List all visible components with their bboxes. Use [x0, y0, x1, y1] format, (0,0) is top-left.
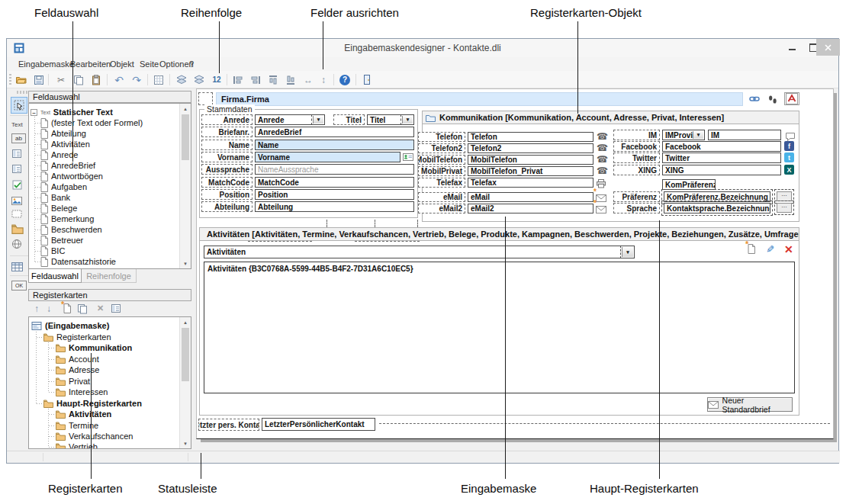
- send-back-icon[interactable]: [192, 73, 206, 86]
- field-name[interactable]: Name: [255, 140, 414, 150]
- twitter-icon[interactable]: t: [784, 152, 794, 162]
- menu-hilfe[interactable]: ?: [187, 59, 196, 69]
- field-telefon[interactable]: Telefon: [468, 132, 593, 142]
- save-icon[interactable]: [32, 73, 46, 86]
- scrollbar[interactable]: ▴ ▾: [179, 317, 191, 448]
- field-letzter-persoenlicher-kontakt[interactable]: LetzterPersönlicherKontakt: [262, 418, 375, 431]
- tree-item[interactable]: Antwortbögen: [40, 171, 103, 181]
- label-twitter[interactable]: Twitter: [613, 152, 660, 163]
- label-xing[interactable]: XING: [613, 165, 660, 175]
- label-anrede[interactable]: Anrede: [201, 114, 253, 125]
- delete-icon[interactable]: ✕: [784, 243, 793, 255]
- cut-icon[interactable]: ✂: [54, 73, 68, 86]
- scroll-down-icon[interactable]: ▾: [180, 438, 191, 448]
- same-height-icon[interactable]: ↕: [317, 73, 330, 86]
- combo-titel[interactable]: Titel▾: [367, 114, 414, 125]
- field-mobiltelefon[interactable]: MobilTelefon: [468, 155, 593, 165]
- field-matchcode[interactable]: MatchCode: [255, 177, 414, 188]
- field-im[interactable]: IM: [708, 130, 781, 140]
- label-position[interactable]: Position: [201, 189, 253, 200]
- collapse-icon[interactable]: –: [31, 109, 37, 116]
- scroll-up-icon[interactable]: ▴: [180, 104, 191, 114]
- kommunikation-header[interactable]: Kommunikation [Kommunikation, Account, A…: [422, 111, 799, 124]
- move-up-icon[interactable]: ↑: [34, 303, 39, 314]
- label-matchcode[interactable]: MatchCode: [201, 177, 253, 188]
- field-abteilung[interactable]: Abteilung: [255, 201, 414, 212]
- web-tool[interactable]: [11, 239, 22, 252]
- tree-item[interactable]: Aufgaben: [40, 181, 87, 192]
- tree-item-account[interactable]: Account: [56, 354, 99, 364]
- more-button[interactable]: ...: [777, 191, 792, 201]
- label-email[interactable]: eMail: [418, 192, 465, 202]
- tree-item[interactable]: Datensatzhistorie: [40, 256, 116, 267]
- label-briefanr[interactable]: Briefanr.: [201, 127, 253, 137]
- aktivitaeten-listbox[interactable]: Aktivitäten {B3C0768A-5599-44B5-B4F2-7D3…: [204, 262, 795, 393]
- same-width-icon[interactable]: ↔: [301, 73, 315, 86]
- listbox-tool[interactable]: [11, 149, 23, 162]
- align-bottom-icon[interactable]: [284, 73, 298, 86]
- label-telefon[interactable]: Telefon: [418, 132, 465, 142]
- tree-item[interactable]: (fester Text oder Formel): [40, 117, 143, 128]
- field-twitter[interactable]: Twitter: [662, 152, 781, 163]
- field-email[interactable]: eMail: [468, 192, 593, 202]
- tab-feldauswahl[interactable]: Feldauswahl: [28, 269, 82, 283]
- paste-icon[interactable]: [89, 73, 103, 86]
- label-mobilprivat[interactable]: MobilPrivat: [418, 166, 465, 176]
- ok-button-tool[interactable]: OK: [11, 281, 27, 291]
- align-left-icon[interactable]: [231, 73, 245, 86]
- bring-front-icon[interactable]: [175, 73, 188, 86]
- label-praeferenz[interactable]: Präferenz: [613, 191, 660, 202]
- phone-icon[interactable]: ☎: [597, 143, 608, 152]
- field-position[interactable]: Position: [255, 189, 414, 200]
- empty-placeholder[interactable]: [198, 92, 213, 105]
- field-facebook[interactable]: Facebook: [662, 141, 781, 152]
- combo-improvider[interactable]: IMProvid▾: [662, 130, 705, 140]
- aktivitaeten-header[interactable]: Aktivitäten [Aktivitäten, Termine, Verka…: [199, 227, 799, 241]
- menu-bearbeiten[interactable]: Bearbeiten: [68, 59, 113, 69]
- open-icon[interactable]: [14, 73, 28, 86]
- field-kompraeferenz-bezeichnung[interactable]: KomPräferenz.Bezeichnung_DE: [664, 191, 770, 202]
- tree-item[interactable]: Betreuer: [40, 235, 83, 246]
- label-titel[interactable]: Titel: [333, 114, 365, 125]
- scroll-thumb[interactable]: [182, 328, 189, 381]
- tree-item-interessen[interactable]: Interessen: [56, 387, 108, 397]
- tab-order-icon[interactable]: 12: [210, 73, 224, 86]
- combo-anrede[interactable]: Anrede▾: [255, 114, 325, 125]
- label-telefax[interactable]: Telefax: [418, 178, 465, 188]
- form-title-field[interactable]: Firma.Firma: [216, 92, 743, 106]
- field-telefon2[interactable]: Telefon2: [468, 143, 593, 153]
- tree-item-privat[interactable]: Privat: [56, 376, 90, 387]
- phone-icon[interactable]: ☎: [597, 132, 608, 141]
- label-abteilung[interactable]: Abteilung: [201, 201, 253, 212]
- frame-tool[interactable]: [11, 208, 22, 222]
- link-icon[interactable]: [749, 94, 760, 108]
- tree-item[interactable]: AnredeBrief: [40, 160, 95, 171]
- tab-reihenfolge[interactable]: Reihenfolge: [82, 269, 137, 283]
- footprints-icon[interactable]: [767, 94, 778, 108]
- field-nameaussprache[interactable]: NameAussprache: [255, 164, 414, 175]
- close-button[interactable]: [816, 39, 840, 56]
- edit-icon[interactable]: ✎: [764, 245, 776, 253]
- scrollbar[interactable]: ▴ ▾: [179, 104, 191, 268]
- label-sprache[interactable]: Sprache: [613, 203, 660, 213]
- field-mobiltelefon-privat[interactable]: MobilTelefon_Privat: [468, 166, 593, 176]
- tree-item-kommunikation[interactable]: Kommunikation: [56, 342, 132, 353]
- undo-icon[interactable]: ↶: [112, 73, 126, 86]
- minimize-button[interactable]: [780, 39, 803, 56]
- phone-icon[interactable]: ☎: [597, 155, 608, 164]
- tab-properties-icon[interactable]: [111, 303, 122, 317]
- tree-item[interactable]: BIC: [40, 246, 65, 256]
- tree-item[interactable]: Abteilung: [40, 128, 86, 139]
- tree-item-adresse[interactable]: Adresse: [56, 364, 99, 375]
- form-canvas[interactable]: Firma.Firma Stammdaten Anrede Anrede▾ Ti…: [196, 88, 834, 439]
- text-tool[interactable]: Text: [11, 121, 23, 128]
- properties-grid-icon[interactable]: [152, 73, 166, 86]
- label-aussprache[interactable]: Aussprache: [201, 164, 253, 175]
- label-mobiltelefon[interactable]: MobilTelefon: [418, 155, 465, 165]
- field-xing[interactable]: XING: [662, 165, 781, 175]
- scroll-thumb[interactable]: [182, 114, 189, 160]
- menu-objekt[interactable]: Objekt: [108, 59, 137, 69]
- tree-item-eingabemaske[interactable]: (Eingabemaske): [31, 320, 109, 331]
- combo-aktivitaeten[interactable]: Aktivitäten ▾: [204, 246, 635, 258]
- facebook-icon[interactable]: f: [784, 141, 794, 151]
